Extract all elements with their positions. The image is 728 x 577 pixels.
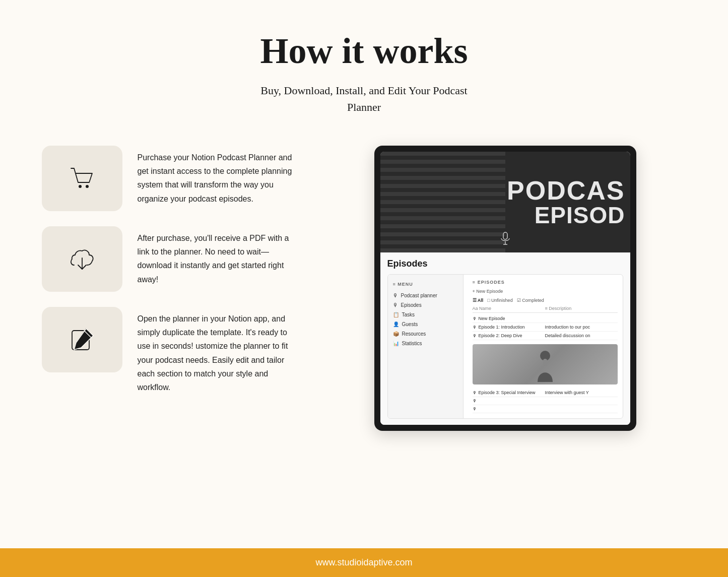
step-3-icon-box xyxy=(42,307,122,372)
screen-content: Episodes ≡ MENU 🎙 Podcast planner xyxy=(380,252,630,425)
notion-episodes-header: ≡ EPISODES xyxy=(473,280,618,285)
sidebar-item-label: Episodes xyxy=(401,302,422,308)
table-row xyxy=(473,397,618,405)
table-row: Episode 2: Deep Dive Detailed discussion… xyxy=(473,332,618,340)
cloud-download-icon xyxy=(67,244,97,274)
podcast-text-1: PODCAS xyxy=(507,177,625,204)
statistics-icon: 📊 xyxy=(393,341,399,346)
step-2-icon-box xyxy=(42,226,122,292)
content-row: Purchase your Notion Podcast Planner and… xyxy=(42,146,687,431)
filter-completed[interactable]: ☑ Completed xyxy=(517,298,544,303)
svg-point-0 xyxy=(79,185,82,188)
mic-icon-small xyxy=(500,231,510,248)
sidebar-item-guests[interactable]: 👤 Guests xyxy=(388,319,463,329)
footer: www.studioidaptive.com xyxy=(0,548,728,577)
sidebar-item-label: Statistics xyxy=(402,341,422,346)
row-name-4 xyxy=(473,399,545,403)
tasks-icon: 📋 xyxy=(393,312,399,317)
step-2-text: After purchase, you'll receive a PDF wit… xyxy=(138,226,294,286)
device-frame: PODCAS EPISOD xyxy=(374,146,636,431)
table-row: Episode 3: Special Interview Interview w… xyxy=(473,389,618,397)
resources-icon: 📦 xyxy=(393,331,399,337)
podcast-text-2: EPISOD xyxy=(535,204,625,227)
new-episode-button[interactable]: + New Episode xyxy=(473,288,618,295)
col-name: Aa Name xyxy=(473,306,545,311)
row-desc-0 xyxy=(545,316,618,321)
episodes-title: Episodes xyxy=(387,259,623,269)
row-name-1: Episode 1: Introduction xyxy=(473,325,545,330)
device-column: PODCAS EPISOD xyxy=(324,146,687,431)
row-desc-5 xyxy=(545,407,618,411)
sidebar-item-label: Resources xyxy=(402,331,426,337)
row-name-5 xyxy=(473,407,545,411)
row-desc-4 xyxy=(545,399,618,403)
svg-rect-9 xyxy=(543,359,547,366)
sidebar-item-label: Podcast planner xyxy=(401,293,437,298)
row-name-0: New Episode xyxy=(473,316,545,321)
table-row xyxy=(473,405,618,413)
notion-filter-row: ☰ All □ Unfinished ☑ Completed xyxy=(473,298,618,303)
notion-main: ≡ EPISODES + New Episode ☰ All □ Unfinis… xyxy=(468,275,623,418)
cart-icon xyxy=(67,163,97,194)
table-row: New Episode xyxy=(473,314,618,323)
svg-point-1 xyxy=(86,185,89,188)
episodes-icon: 🎙 xyxy=(393,302,398,308)
row-name-2: Episode 2: Deep Dive xyxy=(473,333,545,338)
device-screen: PODCAS EPISOD xyxy=(380,152,630,425)
svg-rect-5 xyxy=(503,232,507,239)
step-1-icon-box xyxy=(42,146,122,211)
footer-url: www.studioidaptive.com xyxy=(315,557,412,567)
screen-image-top: PODCAS EPISOD xyxy=(380,152,630,252)
guests-icon: 👤 xyxy=(393,322,399,327)
row-desc-2: Detailed discussion on xyxy=(545,333,618,338)
step-3-text: Open the planner in your Notion app, and… xyxy=(138,307,294,394)
podcast-planner-icon: 🎙 xyxy=(393,293,398,298)
row-desc-3: Interview with guest Y xyxy=(545,390,618,395)
sidebar-item-podcast-planner[interactable]: 🎙 Podcast planner xyxy=(388,291,463,300)
sidebar-item-tasks[interactable]: 📋 Tasks xyxy=(388,310,463,319)
sidebar-item-episodes[interactable]: 🎙 Episodes xyxy=(388,300,463,310)
edit-icon xyxy=(67,325,97,355)
filter-all[interactable]: ☰ All xyxy=(473,298,484,303)
table-row: Episode 1: Introduction Introduction to … xyxy=(473,323,618,332)
row-desc-1: Introduction to our poc xyxy=(545,325,618,330)
col-desc: ≡ Description xyxy=(545,306,618,311)
sidebar-item-label: Tasks xyxy=(402,312,415,317)
notion-image-preview xyxy=(473,344,618,384)
step-1: Purchase your Notion Podcast Planner and… xyxy=(42,146,294,211)
row-name-3: Episode 3: Special Interview xyxy=(473,390,545,395)
step-3: Open the planner in your Notion app, and… xyxy=(42,307,294,394)
page-subtitle: Buy, Download, Install, and Edit Your Po… xyxy=(260,82,467,115)
step-1-text: Purchase your Notion Podcast Planner and… xyxy=(138,146,294,206)
notion-ui: ≡ MENU 🎙 Podcast planner 🎙 Episodes xyxy=(387,274,623,419)
notion-sidebar: ≡ MENU 🎙 Podcast planner 🎙 Episodes xyxy=(388,275,464,418)
filter-unfinished[interactable]: □ Unfinished xyxy=(487,298,512,303)
steps-column: Purchase your Notion Podcast Planner and… xyxy=(42,146,294,409)
notion-image-inner xyxy=(473,344,618,384)
sidebar-item-resources[interactable]: 📦 Resources xyxy=(388,329,463,339)
notion-table-header: Aa Name ≡ Description xyxy=(473,306,618,313)
sidebar-item-label: Guests xyxy=(402,322,418,327)
page-title: How it works xyxy=(260,30,468,72)
step-2: After purchase, you'll receive a PDF wit… xyxy=(42,226,294,292)
notion-menu-header: ≡ MENU xyxy=(388,280,463,291)
sidebar-item-statistics[interactable]: 📊 Statistics xyxy=(388,339,463,348)
main-content: How it works Buy, Download, Install, and… xyxy=(0,0,728,548)
